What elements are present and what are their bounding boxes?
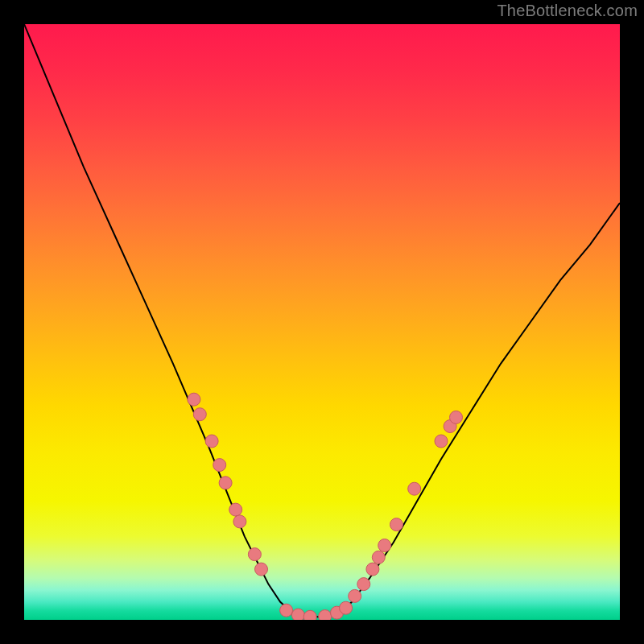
plot-background — [24, 24, 620, 620]
chart-container: TheBottleneck.com — [0, 0, 644, 644]
watermark-text: TheBottleneck.com — [497, 2, 638, 20]
